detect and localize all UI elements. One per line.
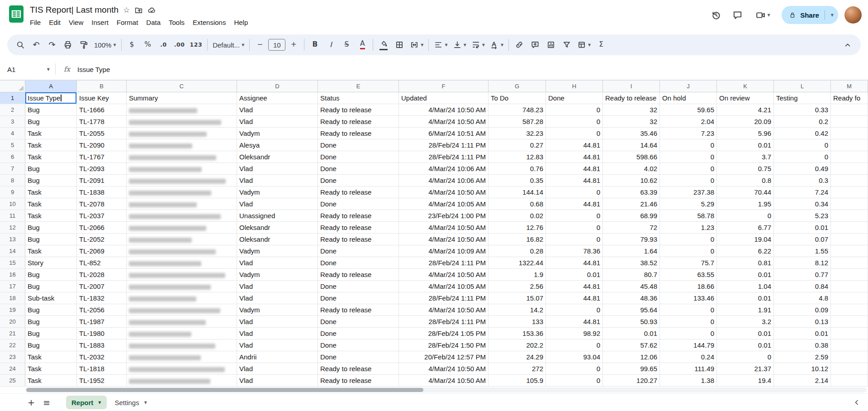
- row-header-24[interactable]: 24: [0, 363, 25, 375]
- cell-H25[interactable]: 0: [546, 375, 603, 387]
- menu-extensions[interactable]: Extensions: [189, 17, 230, 28]
- cell-K6[interactable]: 3.7: [717, 151, 774, 163]
- cell-K7[interactable]: 0.75: [717, 163, 774, 175]
- cell-M18[interactable]: [831, 292, 868, 304]
- format-percent-button[interactable]: %: [140, 37, 156, 53]
- cell-F12[interactable]: 4/Mar/24 10:50 AM: [399, 222, 489, 234]
- cell-F10[interactable]: 4/Mar/24 10:05 AM: [399, 198, 489, 210]
- increase-font-size-button[interactable]: +: [286, 37, 301, 53]
- column-header-A[interactable]: A: [25, 81, 77, 92]
- cell-E1[interactable]: Status: [318, 92, 399, 104]
- cell-E3[interactable]: Ready to release: [318, 116, 399, 128]
- paint-format-button[interactable]: [76, 37, 91, 53]
- cell-B3[interactable]: TL-1778: [77, 116, 127, 128]
- cell-I14[interactable]: 1.64: [603, 245, 660, 257]
- cell-B21[interactable]: TL-1980: [77, 328, 127, 339]
- row-header-17[interactable]: 17: [0, 281, 25, 292]
- cell-C3[interactable]: [127, 116, 237, 128]
- cell-G11[interactable]: 0.02: [489, 210, 546, 222]
- text-wrap-button[interactable]: ▼: [469, 37, 487, 53]
- cell-G13[interactable]: 16.82: [489, 234, 546, 245]
- cell-B19[interactable]: TL-2056: [77, 304, 127, 316]
- cell-L23[interactable]: 2.59: [774, 351, 831, 363]
- scrollbar-thumb[interactable]: [26, 388, 423, 392]
- cell-I15[interactable]: 38.52: [603, 257, 660, 269]
- cell-C22[interactable]: [127, 339, 237, 351]
- cell-J3[interactable]: 2.04: [660, 116, 717, 128]
- sheet-tab-report[interactable]: Report ▼: [66, 396, 107, 409]
- cell-K19[interactable]: 1.91: [717, 304, 774, 316]
- cell-H24[interactable]: 0: [546, 363, 603, 375]
- cell-J7[interactable]: 0: [660, 163, 717, 175]
- cell-J1[interactable]: On hold: [660, 92, 717, 104]
- cell-G9[interactable]: 144.14: [489, 186, 546, 198]
- cell-B6[interactable]: TL-1767: [77, 151, 127, 163]
- cell-G7[interactable]: 0.76: [489, 163, 546, 175]
- cell-B20[interactable]: TL-1987: [77, 316, 127, 328]
- cell-H17[interactable]: 44.81: [546, 281, 603, 292]
- borders-button[interactable]: [392, 37, 407, 53]
- cell-H4[interactable]: 0: [546, 128, 603, 139]
- cell-L19[interactable]: 0.09: [774, 304, 831, 316]
- cell-K13[interactable]: 19.04: [717, 234, 774, 245]
- cell-F11[interactable]: 23/Feb/24 1:00 PM: [399, 210, 489, 222]
- cell-K21[interactable]: 0.01: [717, 328, 774, 339]
- column-header-I[interactable]: I: [603, 81, 660, 92]
- account-avatar[interactable]: [844, 6, 862, 24]
- cell-E2[interactable]: Ready to release: [318, 104, 399, 116]
- cell-G25[interactable]: 105.9: [489, 375, 546, 387]
- cell-D14[interactable]: Vadym: [237, 245, 318, 257]
- cell-E22[interactable]: Done: [318, 339, 399, 351]
- menu-help[interactable]: Help: [230, 17, 252, 28]
- cell-I7[interactable]: 4.02: [603, 163, 660, 175]
- cell-M1[interactable]: Ready fo: [831, 92, 868, 104]
- font-size-button[interactable]: 10: [268, 39, 285, 51]
- row-header-12[interactable]: 12: [0, 222, 25, 234]
- cell-D2[interactable]: Vlad: [237, 104, 318, 116]
- strikethrough-button[interactable]: S: [339, 37, 354, 53]
- cell-M5[interactable]: [831, 139, 868, 151]
- cell-J12[interactable]: 1.23: [660, 222, 717, 234]
- cell-J13[interactable]: 0: [660, 234, 717, 245]
- move-folder-icon[interactable]: [134, 6, 143, 14]
- cell-L2[interactable]: 0.33: [774, 104, 831, 116]
- functions-button[interactable]: Σ: [593, 37, 609, 53]
- cell-B11[interactable]: TL-2037: [77, 210, 127, 222]
- cell-K25[interactable]: 19.4: [717, 375, 774, 387]
- cell-J8[interactable]: 0: [660, 175, 717, 186]
- table-views-button[interactable]: ▼: [575, 37, 593, 53]
- cell-F19[interactable]: 4/Mar/24 10:50 AM: [399, 304, 489, 316]
- cell-A16[interactable]: Bug: [25, 269, 77, 281]
- cell-G22[interactable]: 202.2: [489, 339, 546, 351]
- column-header-C[interactable]: C: [127, 81, 237, 92]
- cell-C1[interactable]: Summary: [127, 92, 237, 104]
- cell-M22[interactable]: [831, 339, 868, 351]
- cell-I5[interactable]: 14.64: [603, 139, 660, 151]
- row-header-23[interactable]: 23: [0, 351, 25, 363]
- cell-F22[interactable]: 28/Feb/24 1:50 PM: [399, 339, 489, 351]
- cell-A2[interactable]: Bug: [25, 104, 77, 116]
- cell-C9[interactable]: [127, 186, 237, 198]
- cell-D25[interactable]: Vlad: [237, 375, 318, 387]
- cell-L12[interactable]: 0.01: [774, 222, 831, 234]
- cell-B10[interactable]: TL-2078: [77, 198, 127, 210]
- cell-L6[interactable]: 0: [774, 151, 831, 163]
- cell-D6[interactable]: Oleksandr: [237, 151, 318, 163]
- cell-A15[interactable]: Story: [25, 257, 77, 269]
- row-header-8[interactable]: 8: [0, 175, 25, 186]
- cell-I12[interactable]: 72: [603, 222, 660, 234]
- cell-H18[interactable]: 44.81: [546, 292, 603, 304]
- cell-L24[interactable]: 10.12: [774, 363, 831, 375]
- cell-I10[interactable]: 21.46: [603, 198, 660, 210]
- cell-C14[interactable]: [127, 245, 237, 257]
- column-header-L[interactable]: L: [774, 81, 831, 92]
- cell-H20[interactable]: 44.81: [546, 316, 603, 328]
- row-header-10[interactable]: 10: [0, 198, 25, 210]
- print-button[interactable]: [60, 37, 76, 53]
- cell-B23[interactable]: TL-2032: [77, 351, 127, 363]
- bold-button[interactable]: B: [307, 37, 323, 53]
- cell-I2[interactable]: 32: [603, 104, 660, 116]
- cell-L7[interactable]: 0.49: [774, 163, 831, 175]
- cell-E5[interactable]: Done: [318, 139, 399, 151]
- cell-E17[interactable]: Done: [318, 281, 399, 292]
